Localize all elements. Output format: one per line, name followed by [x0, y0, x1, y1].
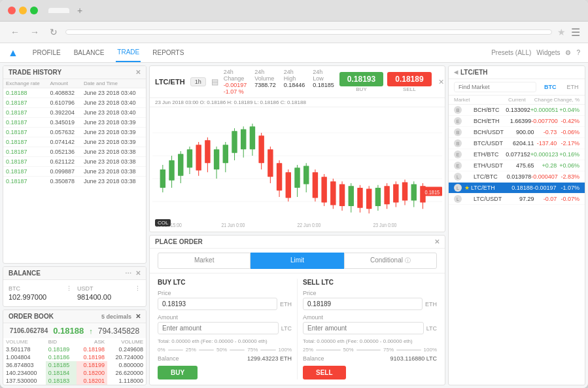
- address-bar[interactable]: [65, 29, 552, 35]
- balance-settings[interactable]: ⋯: [125, 270, 131, 277]
- buy-slider[interactable]: [168, 349, 183, 351]
- nav-reports[interactable]: REPORTS: [151, 43, 185, 62]
- chart-close[interactable]: ✕: [438, 78, 444, 86]
- market-search-input[interactable]: [454, 82, 536, 92]
- svg-rect-13: [196, 145, 201, 170]
- market-tab-btc[interactable]: BTC: [542, 83, 559, 91]
- chart-panel: LTC/ETH 1h ▤ 24h Change -0.00197 -1.07 %…: [149, 65, 445, 232]
- svg-rect-15: [205, 140, 210, 163]
- trade-history-row[interactable]: 0.18187 0.392204 June 23 2018 03:40: [3, 108, 146, 118]
- ob-bid-price: 0.18184: [46, 369, 77, 377]
- chart-area[interactable]: 0.1815 20 Jun 15:00 21 Jun 0:00 22 Jun 0…: [150, 107, 445, 232]
- trade-history-row[interactable]: 0.18187 0.621122 June 23 2018 03:38: [3, 157, 146, 167]
- minimize-button[interactable]: [19, 7, 27, 14]
- market-row[interactable]: L LTC/USDT 97.29 -0.07 -0.07%: [449, 194, 585, 205]
- market-row[interactable]: B BCH/BTC 0.133092 +0.000051 +0.04%: [449, 105, 585, 116]
- ob-row[interactable]: 3.501178 0.18189 0.18198 0.249608: [3, 345, 146, 353]
- buy-slider3[interactable]: [230, 349, 245, 351]
- po-title: PLACE ORDER: [155, 238, 203, 245]
- maximize-button[interactable]: [30, 7, 38, 14]
- sell-button-header[interactable]: 0.18189: [387, 72, 431, 86]
- buy-button-header[interactable]: 0.18193: [339, 72, 383, 86]
- trade-history-row[interactable]: 0.18187 0.610796 June 23 2018 03:40: [3, 98, 146, 108]
- chart-type-icon[interactable]: ▤: [211, 77, 218, 86]
- balance-close[interactable]: ✕: [135, 270, 141, 277]
- back-button[interactable]: ←: [8, 26, 22, 39]
- market-tab-eth[interactable]: ETH: [564, 83, 581, 91]
- ob-decimals[interactable]: 5 decimals: [101, 313, 131, 320]
- ob-row[interactable]: 140.234000 0.18184 0.18200 26.620000: [3, 369, 146, 377]
- buy-submit-button[interactable]: BUY: [158, 366, 198, 379]
- market-row[interactable]: B BTC/USDT 6204.11 -137.40 -2.17%: [449, 138, 585, 149]
- ob-ask-price: 0.18198: [77, 345, 107, 353]
- ob-close[interactable]: ✕: [135, 313, 141, 320]
- market-row[interactable]: L LTC/BTC 0.013978 -0.000407 -2.83%: [449, 171, 585, 183]
- trade-amount: 0.408832: [47, 88, 81, 98]
- trade-history-row[interactable]: 0.18187 0.052136 June 23 2018 03:38: [3, 147, 146, 157]
- trade-history-row[interactable]: 0.18187 0.345019 June 23 2018 03:39: [3, 118, 146, 128]
- market-row[interactable]: L ★ LTC/ETH 0.18188 -0.00197 -1.07%: [449, 183, 585, 194]
- mch-market: Market: [454, 97, 490, 103]
- btc-menu[interactable]: ⋮: [66, 285, 72, 292]
- trade-history-scroll[interactable]: Exchange rate Amount Date and Time 0.181…: [3, 79, 146, 184]
- ob-row[interactable]: 1.004804 0.18186 0.18198 20.724000: [3, 353, 146, 361]
- market-row[interactable]: B BCH/USDT 900.00 -0.73 -0.06%: [449, 127, 585, 138]
- po-tab-conditional[interactable]: Conditional ⓘ: [344, 253, 437, 269]
- market-row[interactable]: E ETH/USDT 475.65 +0.28 +0.06%: [449, 160, 585, 171]
- trade-history-close[interactable]: ✕: [135, 69, 141, 76]
- menu-icon[interactable]: ☰: [571, 26, 580, 39]
- sell-slider3[interactable]: [396, 349, 421, 351]
- chart-timeframe[interactable]: 1h: [190, 77, 206, 86]
- trade-amount: 0.057632: [47, 128, 81, 137]
- svg-rect-45: [339, 184, 345, 206]
- market-pct: -1.07%: [556, 185, 579, 191]
- buy-slider2[interactable]: [199, 349, 214, 351]
- sell-submit-button[interactable]: SELL: [303, 366, 346, 379]
- close-button[interactable]: [8, 7, 16, 14]
- market-pct: +0.06%: [557, 162, 579, 169]
- volume-label: 24h Volume: [254, 69, 276, 82]
- market-row[interactable]: E BCH/ETH 1.66399 -0.007700 -0.42%: [449, 116, 585, 127]
- forward-button[interactable]: →: [27, 26, 42, 39]
- settings-icon[interactable]: ⚙: [565, 49, 571, 56]
- ob-row[interactable]: 137.530000 0.18183 0.18201 1.118000: [3, 377, 146, 385]
- trade-history-row[interactable]: 0.18187 0.099887 June 23 2018 03:38: [3, 167, 146, 177]
- nav-balance[interactable]: BALANCE: [73, 43, 106, 62]
- help-icon[interactable]: ?: [576, 49, 580, 56]
- presets-label[interactable]: Presets (ALL): [491, 49, 531, 56]
- market-list[interactable]: B BCH/BTC 0.133092 +0.000051 +0.04% E BC…: [449, 105, 585, 385]
- buy-price-input[interactable]: [158, 298, 277, 310]
- po-tab-market[interactable]: Market: [158, 253, 251, 269]
- trade-history-row[interactable]: 0.18187 0.074142 June 23 2018 03:39: [3, 137, 146, 147]
- trade-history-row[interactable]: 0.18187 0.057632 June 23 2018 03:39: [3, 128, 146, 137]
- sell-slider[interactable]: [316, 349, 341, 351]
- sell-amount-input[interactable]: [303, 322, 424, 334]
- refresh-button[interactable]: ↻: [47, 26, 60, 39]
- nav-profile[interactable]: PROFILE: [31, 43, 62, 62]
- usdt-menu[interactable]: ⋮: [135, 285, 141, 292]
- trade-amount: 0.610796: [47, 98, 81, 108]
- buy-price-currency: ETH: [280, 301, 292, 308]
- po-tab-limit[interactable]: Limit: [251, 253, 343, 269]
- trade-history-row[interactable]: 0.18187 0.350878 June 23 2018 03:38: [3, 177, 146, 185]
- sell-slider2[interactable]: [356, 349, 381, 351]
- ob-th-ask: ASK: [77, 338, 107, 345]
- buy-price-label: Price: [158, 290, 292, 296]
- bookmark-icon[interactable]: ★: [557, 27, 566, 37]
- buy-amount-input[interactable]: [158, 322, 279, 334]
- buy-slider4[interactable]: [260, 349, 275, 351]
- sell-price-input[interactable]: [303, 298, 423, 310]
- market-row[interactable]: E ETH/BTC 0.077152 +0.000123 +0.16%: [449, 149, 585, 160]
- ob-row[interactable]: 36.874803 0.18185 0.18199 0.800000: [3, 361, 146, 369]
- widgets-label[interactable]: Widgets: [536, 49, 560, 56]
- sell-side: SELL LTC Price ETH Amount: [298, 279, 437, 379]
- trade-history-row[interactable]: 0.18188 0.408832 June 23 2018 03:40: [3, 88, 146, 98]
- ob-ask-price: 0.18201: [77, 377, 107, 385]
- svg-rect-23: [241, 129, 246, 149]
- sell-price-field: Price ETH: [303, 290, 437, 310]
- nav-trade[interactable]: TRADE: [116, 43, 141, 62]
- po-close[interactable]: ✕: [434, 238, 440, 245]
- browser-tab[interactable]: [48, 8, 69, 13]
- new-tab-button[interactable]: +: [77, 5, 82, 16]
- ob-ask-vol: 0.249608: [107, 345, 146, 353]
